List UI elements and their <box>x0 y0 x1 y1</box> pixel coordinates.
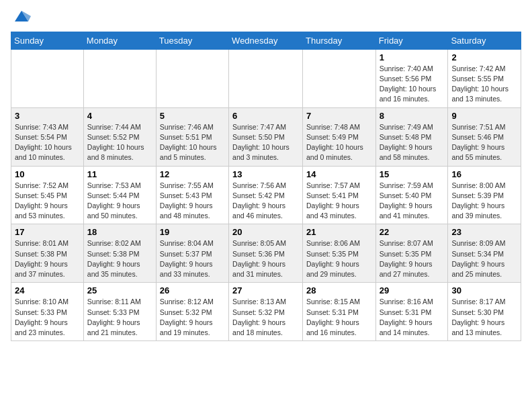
day-number: 22 <box>380 227 445 237</box>
day-info: Sunrise: 8:04 AM Sunset: 5:37 PM Dayligh… <box>160 238 225 279</box>
day-info: Sunrise: 7:47 AM Sunset: 5:50 PM Dayligh… <box>232 122 299 163</box>
day-info: Sunrise: 7:56 AM Sunset: 5:42 PM Dayligh… <box>232 181 299 222</box>
day-info: Sunrise: 7:52 AM Sunset: 5:45 PM Dayligh… <box>15 181 80 222</box>
day-number: 23 <box>451 227 517 237</box>
day-of-week-header: Tuesday <box>156 32 228 49</box>
day-info: Sunrise: 8:09 AM Sunset: 5:34 PM Dayligh… <box>451 238 517 279</box>
calendar-cell: 5Sunrise: 7:46 AM Sunset: 5:51 PM Daylig… <box>156 107 228 166</box>
calendar-cell <box>303 49 376 107</box>
day-number: 4 <box>87 111 152 121</box>
calendar-cell: 11Sunrise: 7:53 AM Sunset: 5:44 PM Dayli… <box>83 166 156 224</box>
calendar-header-row: SundayMondayTuesdayWednesdayThursdayFrid… <box>11 32 521 49</box>
calendar-cell <box>83 49 156 107</box>
calendar-cell: 16Sunrise: 8:00 AM Sunset: 5:39 PM Dayli… <box>448 166 521 224</box>
day-info: Sunrise: 8:07 AM Sunset: 5:35 PM Dayligh… <box>380 238 445 279</box>
day-number: 12 <box>160 169 225 179</box>
day-info: Sunrise: 8:02 AM Sunset: 5:38 PM Dayligh… <box>87 238 152 279</box>
day-info: Sunrise: 7:59 AM Sunset: 5:40 PM Dayligh… <box>380 181 445 222</box>
day-info: Sunrise: 8:01 AM Sunset: 5:38 PM Dayligh… <box>15 238 80 279</box>
day-info: Sunrise: 7:49 AM Sunset: 5:48 PM Dayligh… <box>380 122 445 163</box>
calendar-cell: 6Sunrise: 7:47 AM Sunset: 5:50 PM Daylig… <box>229 107 303 166</box>
calendar-cell: 13Sunrise: 7:56 AM Sunset: 5:42 PM Dayli… <box>229 166 303 224</box>
day-number: 26 <box>160 285 225 295</box>
day-info: Sunrise: 8:13 AM Sunset: 5:32 PM Dayligh… <box>232 297 299 338</box>
day-info: Sunrise: 7:51 AM Sunset: 5:46 PM Dayligh… <box>451 122 517 163</box>
calendar-table: SundayMondayTuesdayWednesdayThursdayFrid… <box>11 32 521 341</box>
calendar-cell: 22Sunrise: 8:07 AM Sunset: 5:35 PM Dayli… <box>375 224 448 283</box>
calendar-cell: 26Sunrise: 8:12 AM Sunset: 5:32 PM Dayli… <box>156 283 228 341</box>
calendar-week-row: 24Sunrise: 8:10 AM Sunset: 5:33 PM Dayli… <box>11 283 521 341</box>
day-number: 3 <box>15 111 80 121</box>
day-number: 19 <box>160 227 225 237</box>
calendar-cell: 30Sunrise: 8:17 AM Sunset: 5:30 PM Dayli… <box>448 283 521 341</box>
calendar-cell: 7Sunrise: 7:48 AM Sunset: 5:49 PM Daylig… <box>303 107 376 166</box>
calendar-cell: 19Sunrise: 8:04 AM Sunset: 5:37 PM Dayli… <box>156 224 228 283</box>
calendar-cell: 9Sunrise: 7:51 AM Sunset: 5:46 PM Daylig… <box>448 107 521 166</box>
calendar-cell: 20Sunrise: 8:05 AM Sunset: 5:36 PM Dayli… <box>229 224 303 283</box>
calendar-cell: 24Sunrise: 8:10 AM Sunset: 5:33 PM Dayli… <box>11 283 84 341</box>
calendar-cell: 18Sunrise: 8:02 AM Sunset: 5:38 PM Dayli… <box>83 224 156 283</box>
calendar-cell: 15Sunrise: 7:59 AM Sunset: 5:40 PM Dayli… <box>375 166 448 224</box>
day-info: Sunrise: 7:43 AM Sunset: 5:54 PM Dayligh… <box>15 122 80 163</box>
day-number: 17 <box>15 227 80 237</box>
calendar-cell: 2Sunrise: 7:42 AM Sunset: 5:55 PM Daylig… <box>448 49 521 107</box>
day-info: Sunrise: 8:11 AM Sunset: 5:33 PM Dayligh… <box>87 297 152 338</box>
day-number: 25 <box>87 285 152 295</box>
calendar-cell: 14Sunrise: 7:57 AM Sunset: 5:41 PM Dayli… <box>303 166 376 224</box>
day-number: 10 <box>15 169 80 179</box>
calendar-cell: 21Sunrise: 8:06 AM Sunset: 5:35 PM Dayli… <box>303 224 376 283</box>
day-number: 2 <box>451 52 517 62</box>
day-number: 1 <box>380 52 445 62</box>
day-of-week-header: Monday <box>83 32 156 49</box>
day-number: 9 <box>451 111 517 121</box>
day-info: Sunrise: 8:00 AM Sunset: 5:39 PM Dayligh… <box>451 181 517 222</box>
day-info: Sunrise: 8:10 AM Sunset: 5:33 PM Dayligh… <box>15 297 80 338</box>
day-info: Sunrise: 7:53 AM Sunset: 5:44 PM Dayligh… <box>87 181 152 222</box>
day-of-week-header: Wednesday <box>229 32 303 49</box>
calendar-week-row: 3Sunrise: 7:43 AM Sunset: 5:54 PM Daylig… <box>11 107 521 166</box>
day-info: Sunrise: 8:15 AM Sunset: 5:31 PM Dayligh… <box>306 297 372 338</box>
calendar-cell: 8Sunrise: 7:49 AM Sunset: 5:48 PM Daylig… <box>375 107 448 166</box>
day-of-week-header: Friday <box>375 32 448 49</box>
header <box>11 7 521 26</box>
logo-triangle-icon <box>12 7 31 26</box>
calendar-cell: 25Sunrise: 8:11 AM Sunset: 5:33 PM Dayli… <box>83 283 156 341</box>
day-number: 28 <box>306 285 372 295</box>
page: SundayMondayTuesdayWednesdayThursdayFrid… <box>0 0 532 352</box>
day-info: Sunrise: 8:16 AM Sunset: 5:31 PM Dayligh… <box>380 297 445 338</box>
day-info: Sunrise: 7:44 AM Sunset: 5:52 PM Dayligh… <box>87 122 152 163</box>
day-of-week-header: Saturday <box>448 32 521 49</box>
day-of-week-header: Thursday <box>303 32 376 49</box>
day-number: 5 <box>160 111 225 121</box>
day-number: 30 <box>451 285 517 295</box>
day-number: 8 <box>380 111 445 121</box>
day-number: 13 <box>232 169 299 179</box>
day-info: Sunrise: 7:40 AM Sunset: 5:56 PM Dayligh… <box>380 64 445 105</box>
calendar-week-row: 1Sunrise: 7:40 AM Sunset: 5:56 PM Daylig… <box>11 49 521 107</box>
calendar-cell: 10Sunrise: 7:52 AM Sunset: 5:45 PM Dayli… <box>11 166 84 224</box>
day-number: 29 <box>380 285 445 295</box>
day-info: Sunrise: 8:17 AM Sunset: 5:30 PM Dayligh… <box>451 297 517 338</box>
calendar-cell: 3Sunrise: 7:43 AM Sunset: 5:54 PM Daylig… <box>11 107 84 166</box>
day-info: Sunrise: 7:48 AM Sunset: 5:49 PM Dayligh… <box>306 122 372 163</box>
day-info: Sunrise: 8:12 AM Sunset: 5:32 PM Dayligh… <box>160 297 225 338</box>
day-number: 21 <box>306 227 372 237</box>
day-number: 6 <box>232 111 299 121</box>
calendar-cell <box>229 49 303 107</box>
day-number: 11 <box>87 169 152 179</box>
day-info: Sunrise: 7:42 AM Sunset: 5:55 PM Dayligh… <box>451 64 517 105</box>
day-number: 14 <box>306 169 372 179</box>
day-info: Sunrise: 7:55 AM Sunset: 5:43 PM Dayligh… <box>160 181 225 222</box>
day-number: 20 <box>232 227 299 237</box>
calendar-cell: 28Sunrise: 8:15 AM Sunset: 5:31 PM Dayli… <box>303 283 376 341</box>
day-info: Sunrise: 7:57 AM Sunset: 5:41 PM Dayligh… <box>306 181 372 222</box>
calendar-cell: 12Sunrise: 7:55 AM Sunset: 5:43 PM Dayli… <box>156 166 228 224</box>
day-of-week-header: Sunday <box>11 32 84 49</box>
logo <box>11 7 31 26</box>
calendar-cell: 1Sunrise: 7:40 AM Sunset: 5:56 PM Daylig… <box>375 49 448 107</box>
day-number: 15 <box>380 169 445 179</box>
calendar-cell <box>11 49 84 107</box>
calendar-week-row: 10Sunrise: 7:52 AM Sunset: 5:45 PM Dayli… <box>11 166 521 224</box>
day-info: Sunrise: 8:05 AM Sunset: 5:36 PM Dayligh… <box>232 238 299 279</box>
calendar-cell: 23Sunrise: 8:09 AM Sunset: 5:34 PM Dayli… <box>448 224 521 283</box>
